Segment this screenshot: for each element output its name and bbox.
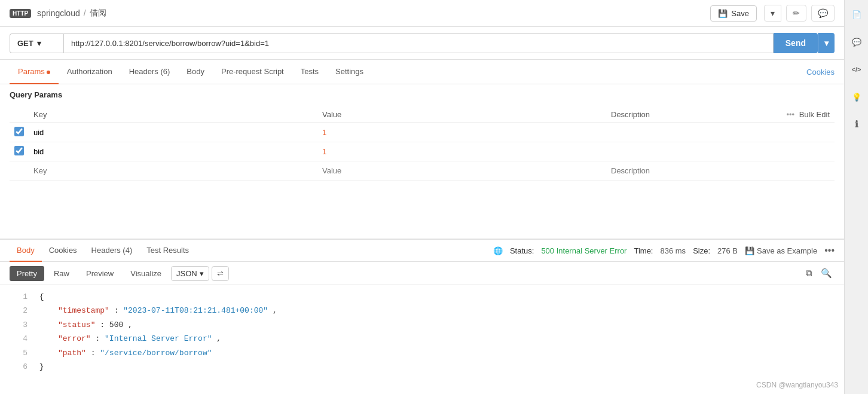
row1-desc-input[interactable] bbox=[611, 126, 756, 139]
sidebar-bulb-icon[interactable]: 💡 bbox=[848, 88, 865, 105]
row2-key-input[interactable] bbox=[33, 145, 313, 158]
row2-desc-input[interactable] bbox=[611, 145, 756, 158]
json-key-error: "error" bbox=[39, 334, 91, 343]
line-num-5: 5 bbox=[10, 346, 27, 360]
json-comma-3: , bbox=[216, 334, 221, 343]
tab-prerequest[interactable]: Pre-request Script bbox=[213, 60, 292, 84]
bulk-edit-button[interactable]: Bulk Edit bbox=[799, 110, 830, 119]
url-input[interactable] bbox=[63, 33, 774, 53]
tab-headers-label: Headers (6) bbox=[129, 67, 170, 76]
format-preview[interactable]: Preview bbox=[79, 266, 121, 281]
bulk-edit-dots: ••• bbox=[786, 110, 794, 119]
wrap-button[interactable]: ⇌ bbox=[212, 266, 229, 281]
line-num-1: 1 bbox=[10, 290, 27, 304]
request-tabs: Params Authorization Headers (6) Body Pr… bbox=[0, 60, 844, 84]
response-more-button[interactable]: ••• bbox=[824, 245, 835, 256]
format-visualize[interactable]: Visualize bbox=[123, 266, 169, 281]
globe-icon: 🌐 bbox=[493, 246, 503, 255]
resp-tab-test-results[interactable]: Test Results bbox=[139, 240, 196, 262]
params-section: Query Params Key Value Description ••• B… bbox=[0, 84, 844, 239]
col-key: Key bbox=[29, 106, 317, 123]
resp-tab-body[interactable]: Body bbox=[10, 240, 42, 262]
send-btn-group: Send ▾ bbox=[774, 33, 835, 53]
row1-key-input[interactable] bbox=[33, 126, 313, 139]
send-button[interactable]: Send bbox=[774, 33, 818, 53]
json-val-status: 500 bbox=[109, 320, 123, 329]
save-label: Save bbox=[731, 9, 749, 18]
breadcrumb-separator: / bbox=[84, 8, 86, 18]
resp-tab-headers[interactable]: Headers (4) bbox=[84, 240, 140, 262]
new-key-input[interactable] bbox=[33, 164, 313, 178]
method-dropdown-icon: ▾ bbox=[37, 39, 41, 48]
save-floppy-icon: 💾 bbox=[718, 9, 728, 18]
tab-authorization[interactable]: Authorization bbox=[59, 60, 121, 84]
time-label: Time: bbox=[634, 246, 653, 255]
send-label: Send bbox=[786, 38, 806, 48]
status-code: 500 Internal Server Error bbox=[541, 246, 626, 255]
breadcrumb: springcloud / 借阅 bbox=[37, 8, 106, 19]
sidebar-comment-icon[interactable]: 💬 bbox=[848, 33, 865, 50]
send-dropdown-button[interactable]: ▾ bbox=[818, 33, 835, 53]
json-open-brace: { bbox=[39, 292, 44, 301]
tab-settings[interactable]: Settings bbox=[327, 60, 372, 84]
line-num-6: 6 bbox=[10, 360, 27, 374]
cookies-link[interactable]: Cookies bbox=[806, 68, 835, 77]
app-icon: HTTP bbox=[10, 9, 31, 18]
new-value-input[interactable] bbox=[322, 164, 601, 178]
params-table: Key Value Description ••• Bulk Edit bbox=[10, 106, 835, 181]
sidebar-code-icon[interactable]: </> bbox=[848, 61, 865, 78]
status-label: Status: bbox=[510, 246, 534, 255]
json-label: JSON bbox=[176, 269, 197, 278]
line-num-4: 4 bbox=[10, 332, 27, 346]
col-bulk-edit: ••• Bulk Edit bbox=[760, 106, 835, 123]
url-bar: GET ▾ Send ▾ bbox=[0, 27, 844, 60]
format-pretty[interactable]: Pretty bbox=[10, 266, 44, 281]
json-line-5: 5 "path" : "/service/borrow/borrow" bbox=[10, 346, 835, 360]
resp-tab-cookies[interactable]: Cookies bbox=[42, 240, 84, 262]
wrap-icon: ⇌ bbox=[217, 269, 224, 278]
row2-value-input[interactable] bbox=[322, 145, 601, 158]
table-row-empty bbox=[10, 161, 835, 181]
table-row bbox=[10, 123, 835, 142]
table-row bbox=[10, 142, 835, 161]
tab-params[interactable]: Params bbox=[10, 60, 59, 84]
breadcrumb-project[interactable]: springcloud bbox=[37, 8, 80, 18]
tab-prerequest-label: Pre-request Script bbox=[221, 67, 284, 76]
new-desc-input[interactable] bbox=[611, 164, 756, 178]
json-val-path[interactable]: "/service/borrow/borrow" bbox=[100, 349, 212, 358]
status-size: 276 B bbox=[717, 246, 738, 255]
tab-body[interactable]: Body bbox=[178, 60, 213, 84]
tab-tests[interactable]: Tests bbox=[292, 60, 327, 84]
response-tabs: Body Cookies Headers (4) Test Results 🌐 … bbox=[0, 240, 844, 262]
comment-button[interactable]: 💬 bbox=[811, 5, 835, 22]
json-key-timestamp: "timestamp" bbox=[39, 306, 109, 315]
resp-tab-body-label: Body bbox=[17, 246, 35, 255]
save-button[interactable]: 💾 Save bbox=[710, 5, 757, 22]
copy-response-button[interactable]: ⧉ bbox=[803, 265, 815, 281]
json-colon-1: : bbox=[114, 306, 124, 315]
breadcrumb-item[interactable]: 借阅 bbox=[90, 8, 106, 19]
save-example-floppy-icon: 💾 bbox=[745, 246, 754, 255]
method-selector[interactable]: GET ▾ bbox=[10, 33, 63, 53]
dropdown-arrow-button[interactable]: ▾ bbox=[764, 5, 781, 22]
json-val-timestamp: "2023-07-11T08:21:21.481+00:00" bbox=[123, 306, 268, 315]
tab-headers[interactable]: Headers (6) bbox=[121, 60, 179, 84]
json-key-path: "path" bbox=[39, 349, 86, 358]
line-num-3: 3 bbox=[10, 318, 27, 332]
row1-value-input[interactable] bbox=[322, 126, 601, 139]
top-bar: HTTP springcloud / 借阅 💾 Save ▾ ✏ 💬 bbox=[0, 0, 844, 27]
json-line-3: 3 "status" : 500 , bbox=[10, 318, 835, 332]
sidebar-doc-icon[interactable]: 📄 bbox=[848, 6, 865, 23]
search-response-button[interactable]: 🔍 bbox=[818, 265, 835, 281]
row2-checkbox[interactable] bbox=[14, 146, 24, 155]
edit-button[interactable]: ✏ bbox=[786, 5, 806, 22]
json-viewer: 1 { 2 "timestamp" : "2023-07-11T08:21:21… bbox=[0, 285, 844, 394]
format-raw[interactable]: Raw bbox=[47, 266, 77, 281]
json-key-status: "status" bbox=[39, 320, 96, 329]
sidebar-info-icon[interactable]: ℹ bbox=[848, 116, 865, 133]
row1-checkbox[interactable] bbox=[14, 127, 24, 136]
save-example-button[interactable]: 💾 Save as Example bbox=[745, 246, 817, 255]
json-format-selector[interactable]: JSON ▾ bbox=[171, 266, 209, 281]
json-line-6: 6 } bbox=[10, 360, 835, 374]
json-colon-4: : bbox=[91, 349, 100, 358]
